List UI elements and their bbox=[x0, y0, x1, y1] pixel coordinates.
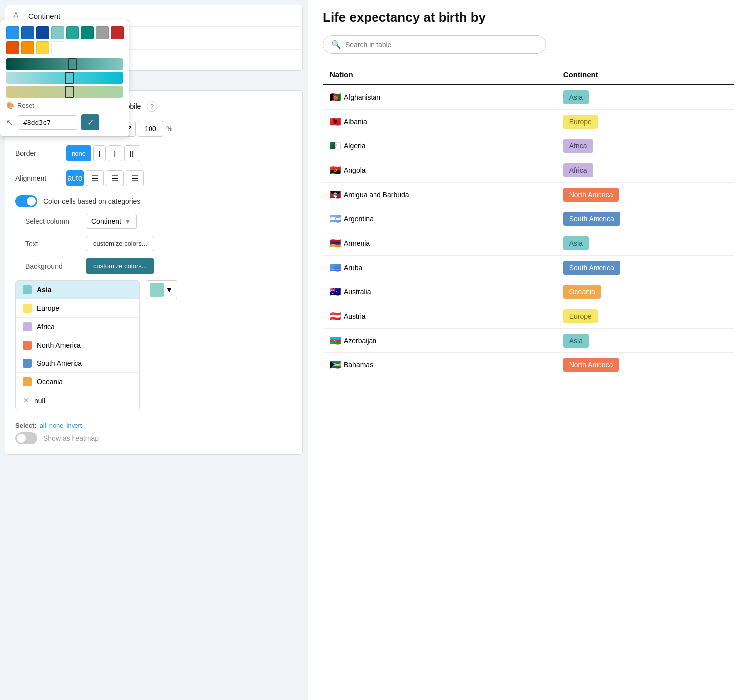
help-button[interactable]: ? bbox=[147, 101, 157, 112]
color-preview-button[interactable]: ▼ bbox=[146, 280, 177, 299]
table-row: 🇦🇴 Angola Africa bbox=[323, 158, 734, 183]
background-color-row: Background customize colors... bbox=[25, 258, 293, 274]
align-left-button[interactable]: ☰ bbox=[86, 170, 104, 186]
table-row: 🇦🇲 Armenia Asia bbox=[323, 231, 734, 256]
cat-label-oceania: Oceania bbox=[37, 378, 63, 386]
color-popup: 🎨 Reset ↖ ✓ bbox=[0, 20, 129, 137]
table-row: 🇩🇿 Algeria Africa bbox=[323, 134, 734, 158]
continent-cell: Africa bbox=[556, 158, 734, 183]
nation-cell: 🇩🇿 Algeria bbox=[323, 134, 556, 158]
color-swatch-6[interactable] bbox=[96, 26, 109, 39]
settings-panel: Show on desktop mobile ? Style B I A 🖌 bbox=[5, 90, 303, 455]
gradient-selector-1[interactable] bbox=[68, 58, 77, 70]
nation-cell: 🇦🇹 Austria bbox=[323, 304, 556, 329]
background-customize-button[interactable]: customize colors... bbox=[86, 258, 154, 274]
select-sub-all[interactable]: all bbox=[40, 422, 46, 429]
category-item-null[interactable]: ✕null bbox=[16, 391, 139, 410]
color-swatch-8[interactable] bbox=[6, 41, 19, 54]
nation-name: Angola bbox=[344, 166, 366, 174]
continent-cell: South America bbox=[556, 256, 734, 280]
nation-name: Azerbaijan bbox=[344, 337, 376, 345]
select-sub-none[interactable]: none bbox=[49, 422, 64, 429]
continent-cell: North America bbox=[556, 353, 734, 377]
color-swatch-7[interactable] bbox=[111, 26, 124, 39]
align-right-button[interactable]: ☰ bbox=[126, 170, 144, 186]
table-row: 🇧🇸 Bahamas North America bbox=[323, 353, 734, 377]
nation-name: Argentina bbox=[344, 215, 374, 223]
category-item-asia[interactable]: Asia bbox=[16, 281, 139, 299]
align-center-button[interactable]: ☰ bbox=[106, 170, 124, 186]
nation-name: Afghanistan bbox=[344, 93, 380, 101]
gradient-bar-2[interactable] bbox=[6, 72, 123, 84]
color-picker-area: ▼ � bbox=[146, 280, 177, 299]
category-item-africa[interactable]: Africa bbox=[16, 318, 139, 336]
select-sub-row: Select: all none invert bbox=[15, 422, 293, 429]
nation-cell: 🇦🇺 Australia bbox=[323, 280, 556, 304]
border-buttons: none | || ||| bbox=[66, 145, 140, 161]
category-item-south-america[interactable]: South America bbox=[16, 354, 139, 373]
text-color-row: Text customize colors... bbox=[25, 236, 293, 251]
border-triple-button[interactable]: ||| bbox=[124, 145, 140, 161]
nation-cell: 🇦🇿 Azerbaijan bbox=[323, 329, 556, 353]
chevron-down-icon: ▼ bbox=[124, 217, 131, 225]
column-dropdown[interactable]: Continent ▼ bbox=[86, 214, 137, 229]
continent-badge: Asia bbox=[563, 90, 589, 104]
color-toggle-label: Color cells based on categories bbox=[43, 197, 140, 205]
border-double-button[interactable]: || bbox=[108, 145, 122, 161]
table-row: 🇦🇿 Azerbaijan Asia bbox=[323, 329, 734, 353]
continent-cell: Oceania bbox=[556, 280, 734, 304]
flag-icon: 🇦🇿 bbox=[330, 335, 341, 346]
gradient-selector-2[interactable] bbox=[65, 72, 74, 84]
nation-cell: 🇦🇫 Afghanistan bbox=[323, 85, 556, 110]
continent-cell: North America bbox=[556, 183, 734, 207]
text-customize-button[interactable]: customize colors... bbox=[86, 236, 154, 251]
cursor-icon: ↖ bbox=[6, 118, 13, 127]
align-buttons: auto ☰ ☰ ☰ bbox=[66, 170, 144, 186]
color-swatch-4[interactable] bbox=[66, 26, 79, 39]
color-swatch-0[interactable] bbox=[6, 26, 19, 39]
color-swatch-11[interactable] bbox=[51, 41, 64, 54]
nation-header: Nation bbox=[323, 66, 556, 85]
color-swatch-1[interactable] bbox=[21, 26, 34, 39]
opacity-unit: % bbox=[166, 125, 172, 133]
flag-icon: 🇦🇹 bbox=[330, 311, 341, 322]
category-item-europe[interactable]: Europe bbox=[16, 299, 139, 318]
hex-input[interactable] bbox=[18, 115, 77, 130]
flag-icon: 🇦🇫 bbox=[330, 92, 341, 103]
reset-row[interactable]: 🎨 Reset bbox=[6, 102, 123, 109]
opacity-input[interactable] bbox=[138, 121, 163, 137]
search-icon: 🔍 bbox=[331, 40, 341, 49]
hex-confirm-button[interactable]: ✓ bbox=[81, 114, 99, 130]
color-swatches bbox=[6, 26, 123, 54]
continent-cell: South America bbox=[556, 207, 734, 231]
search-input[interactable] bbox=[345, 41, 538, 49]
heatmap-toggle[interactable] bbox=[15, 432, 37, 444]
table-row: 🇦🇹 Austria Europe bbox=[323, 304, 734, 329]
category-item-north-america[interactable]: North America bbox=[16, 336, 139, 354]
continent-badge: North America bbox=[563, 358, 619, 372]
color-swatch-9[interactable] bbox=[21, 41, 34, 54]
flag-icon: 🇦🇲 bbox=[330, 238, 341, 249]
flag-icon: 🇦🇷 bbox=[330, 213, 341, 224]
continent-cell: Asia bbox=[556, 231, 734, 256]
color-swatch-10[interactable] bbox=[36, 41, 49, 54]
continent-badge: South America bbox=[563, 212, 620, 226]
gradient-selector-3[interactable] bbox=[65, 86, 74, 98]
color-swatch-5[interactable] bbox=[81, 26, 94, 39]
category-item-oceania[interactable]: Oceania bbox=[16, 373, 139, 391]
gradient-bar-1[interactable] bbox=[6, 58, 123, 70]
color-toggle[interactable] bbox=[15, 195, 37, 207]
color-swatch-2[interactable] bbox=[36, 26, 49, 39]
nation-cell: 🇦🇱 Albania bbox=[323, 110, 556, 134]
continent-badge: Europe bbox=[563, 115, 598, 129]
color-swatch-3[interactable] bbox=[51, 26, 64, 39]
gradient-bar-3[interactable] bbox=[6, 86, 123, 98]
border-single-button[interactable]: | bbox=[93, 145, 106, 161]
align-auto-button[interactable]: auto bbox=[66, 170, 84, 186]
select-sub-invert[interactable]: invert bbox=[67, 422, 82, 429]
color-preview-swatch bbox=[150, 283, 164, 297]
border-none-button[interactable]: none bbox=[66, 145, 91, 161]
flag-icon: 🇦🇬 bbox=[330, 189, 341, 200]
reset-icon: 🎨 bbox=[6, 102, 14, 109]
continent-badge: Asia bbox=[563, 236, 589, 250]
